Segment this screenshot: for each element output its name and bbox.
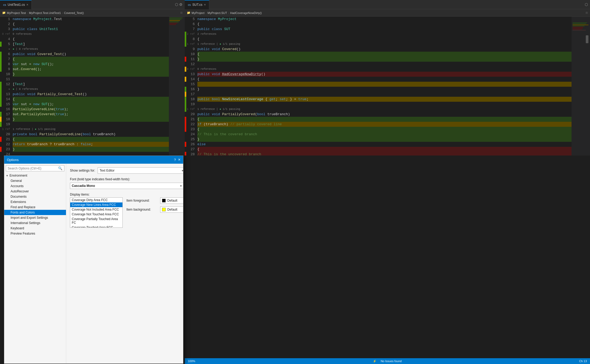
tree-item-general[interactable]: General <box>4 178 66 183</box>
dialog-left-panel: 🔍 ▼ Environment General Accounts AutoRec… <box>4 164 66 363</box>
list-item-2[interactable]: Coverage Not Included Area FCC <box>70 207 122 212</box>
tab-close-icon[interactable]: × <box>26 3 28 7</box>
list-item-4[interactable]: Coverage Partially Touched Area FC <box>70 217 122 225</box>
status-zoom[interactable]: 100% <box>188 360 195 363</box>
right-tab-close-icon[interactable]: × <box>204 3 206 7</box>
breadcrumb-project[interactable]: MyProject.Test <box>7 11 26 14</box>
search-container: 🔍 <box>6 165 64 171</box>
font-dropdown-arrow-icon: ▼ <box>180 185 182 187</box>
list-item-0[interactable]: Coverage Dirty Area FCC <box>70 198 122 202</box>
settings-dropdown-arrow-icon: ▼ <box>181 169 183 172</box>
dialog-right-panel: Show settings for: Text Editor ▼ Use Def… <box>66 164 183 363</box>
list-item-1[interactable]: Coverage New Lines Area FCC <box>70 202 122 207</box>
settings-for-value: Text Editor <box>99 169 115 172</box>
search-input[interactable] <box>6 166 56 171</box>
right-minimap <box>572 17 590 156</box>
tree-item-autorecover[interactable]: AutoRecover <box>4 189 66 194</box>
list-item-5[interactable]: Coverage Touched Area FCC <box>70 225 122 228</box>
status-text: ⚡ <box>373 360 377 363</box>
dialog-titlebar-controls: ? × <box>174 157 180 162</box>
tree-item-international[interactable]: International Settings <box>4 220 66 226</box>
list-item-3[interactable]: Coverage Not Touched Area FCC <box>70 212 122 217</box>
right-split-icon[interactable]: ⬡ <box>585 2 588 7</box>
tab-title: UnitTest1.cs <box>8 3 25 7</box>
right-breadcrumb-method[interactable]: HadCoverageNowDirty() <box>230 11 262 14</box>
right-breadcrumb-project[interactable]: MyProject <box>192 11 204 14</box>
dialog-titlebar: Options ? × <box>4 156 183 164</box>
background-swatch <box>162 208 166 211</box>
tree-item-accounts[interactable]: Accounts <box>4 183 66 189</box>
right-code-lines: namespace MyProject { public class SUT 2… <box>196 17 572 156</box>
foreground-value: Default <box>167 199 183 202</box>
right-breadcrumb-class[interactable]: MyProject.SUT <box>208 11 227 14</box>
font-row: Cascadia Mono ▼ Size: 10 ▼ <box>70 183 183 189</box>
left-breadcrumb: 📁 MyProject.Test › MyProject.Test.UnitTe… <box>0 9 185 17</box>
left-code-area: 123 0 ref 45 ● 678 91011 12 ● 131415 161… <box>0 17 185 156</box>
status-line-col: Ch 13 <box>579 360 587 363</box>
tree-item-find-replace[interactable]: Find and Replace <box>4 205 66 210</box>
tree-item-keyboard[interactable]: Keyboard <box>4 226 66 231</box>
foreground-label: Item foreground: <box>126 199 158 202</box>
tree-item-preview[interactable]: Preview Features <box>4 231 66 236</box>
tree-item-import-export[interactable]: Import and Export Settings <box>4 215 66 220</box>
right-tab-title: SUT.cs <box>192 3 202 7</box>
split-settings-icon[interactable]: ⚙ <box>179 2 183 7</box>
background-dropdown[interactable]: Default ▼ <box>160 206 183 213</box>
right-code-area: 567 2 ref 8 1 ref 91011 12 0 ref 1314 15… <box>185 17 590 156</box>
help-button[interactable]: ? <box>174 158 176 162</box>
status-bar: 100% ⚡ No Issues found Ch 13 <box>185 358 590 364</box>
foreground-dropdown[interactable]: Default ▼ <box>160 197 183 204</box>
left-tab-bar: cs UnitTest1.cs × ⬡ ⚙ <box>0 0 185 9</box>
settings-for-label: Show settings for: <box>70 169 95 172</box>
right-line-numbers: 567 2 ref 8 1 ref 91011 12 0 ref 1314 15… <box>186 17 196 156</box>
right-tab-bar: cs SUT.cs × ⬡ <box>185 0 590 9</box>
tab-icon: cs <box>3 3 6 6</box>
tree-item-extensions[interactable]: Extensions <box>4 199 66 205</box>
split-left-icon[interactable]: ⬡ <box>175 2 178 7</box>
tree-view: ▼ Environment General Accounts AutoRecov… <box>4 173 66 363</box>
display-items-label: Display items: <box>70 193 123 196</box>
font-dropdown[interactable]: Cascadia Mono ▼ <box>70 183 183 189</box>
background-value: Default <box>167 208 183 211</box>
settings-for-row: Show settings for: Text Editor ▼ Use Def… <box>70 167 183 174</box>
right-tab-icon: cs <box>188 3 191 6</box>
breadcrumb-method[interactable]: Covered_Test() <box>64 11 84 14</box>
foreground-row: Item foreground: Default ▼ Custom... <box>126 197 183 204</box>
dialog-title: Options <box>7 158 19 162</box>
options-dialog: Options ? × 🔍 ▼ Environment General <box>4 156 183 364</box>
dialog-body: 🔍 ▼ Environment General Accounts AutoRec… <box>4 164 183 363</box>
left-code-lines: namespace MyProject.Test { public class … <box>12 17 169 156</box>
settings-for-dropdown[interactable]: Text Editor ▼ <box>98 167 183 174</box>
font-section: Font (bold type indicates fixed-width fo… <box>70 177 183 189</box>
tree-item-fonts-colors[interactable]: Fonts and Colors <box>4 210 66 215</box>
foreground-swatch <box>162 199 166 202</box>
tab-split-buttons[interactable]: ⬡ ⚙ <box>173 2 185 7</box>
display-items-section: Display items: Coverage Dirty Area FCC C… <box>70 193 183 228</box>
search-icon-button[interactable]: 🔍 <box>56 166 64 171</box>
tab-sut[interactable]: cs SUT.cs × <box>185 0 209 9</box>
tab-unittest1[interactable]: cs UnitTest1.cs × <box>0 0 32 9</box>
close-button[interactable]: × <box>178 157 180 162</box>
font-value: Cascadia Mono <box>72 184 95 188</box>
items-column: Display items: Coverage Dirty Area FCC C… <box>70 193 123 228</box>
items-list[interactable]: Coverage Dirty Area FCC Coverage New Lin… <box>70 197 123 228</box>
left-line-numbers: 123 0 ref 45 ● 678 91011 12 ● 131415 161… <box>2 17 12 156</box>
environment-label: Environment <box>9 174 27 177</box>
left-minimap <box>169 17 185 156</box>
color-settings: Item foreground: Default ▼ Custom... Ite… <box>126 193 183 213</box>
background-row: Item background: Default ▼ Custom... <box>126 206 183 213</box>
right-split-buttons[interactable]: ⬡ <box>583 2 590 7</box>
background-label: Item background: <box>126 208 158 211</box>
status-no-issues: No Issues found <box>381 360 402 363</box>
expand-arrow-icon: ▼ <box>6 174 8 177</box>
right-breadcrumb: 📁 MyProject › MyProject.SUT › HadCoverag… <box>185 9 590 17</box>
tree-item-documents[interactable]: Documents <box>4 194 66 199</box>
font-label: Font (bold type indicates fixed-width fo… <box>70 177 183 181</box>
breadcrumb-class[interactable]: MyProject.Test.UnitTest1 <box>29 11 61 14</box>
tree-item-environment[interactable]: ▼ Environment <box>4 173 66 178</box>
